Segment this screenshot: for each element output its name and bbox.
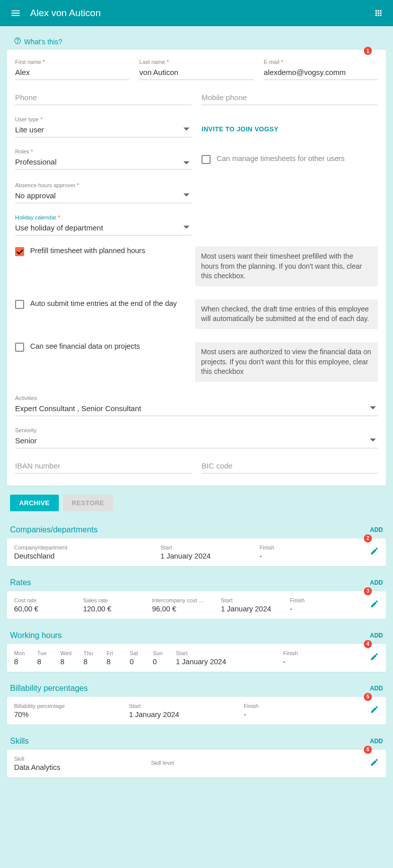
callout-3: 3 [364, 587, 372, 595]
chevron-down-icon [370, 437, 376, 443]
billability-add-button[interactable]: ADD [370, 685, 383, 692]
apps-icon[interactable] [374, 9, 383, 18]
callout-1: 1 [364, 47, 372, 55]
roles-select[interactable]: Professional [15, 155, 191, 170]
archive-button[interactable]: ARCHIVE [10, 495, 59, 511]
billability-title: Billability percentages [10, 684, 88, 693]
activities-label: Activities [15, 395, 378, 401]
callout-6: 6 [364, 746, 372, 754]
absence-approver-select[interactable]: No approval [15, 189, 191, 203]
iban-field[interactable] [15, 459, 191, 474]
mobile-field[interactable] [202, 91, 378, 105]
phone-field[interactable] [15, 91, 191, 105]
last-name-field[interactable] [139, 66, 253, 80]
edit-icon[interactable] [370, 546, 379, 558]
hours-title: Working hours [10, 631, 62, 640]
autosubmit-label: Auto submit time entries at the end of t… [30, 299, 186, 307]
menu-icon[interactable] [10, 8, 21, 19]
edit-icon[interactable] [370, 705, 379, 716]
edit-icon[interactable] [370, 758, 379, 769]
chevron-down-icon [183, 192, 189, 198]
invite-button[interactable]: INVITE TO JOIN VOGSY [202, 116, 378, 137]
autosubmit-help: When checked, the draft time entries of … [195, 299, 378, 329]
whats-this-link[interactable]: What's this? [14, 37, 386, 46]
hours-card: 4 Mon8 Tue8 Wed8 Thu8 Fri8 Sat0 Sun0 Sta… [7, 644, 386, 672]
svg-point-1 [18, 42, 18, 43]
first-name-field[interactable] [15, 66, 129, 80]
companies-add-button[interactable]: ADD [370, 526, 383, 533]
financial-label: Can see financial data on projects [30, 342, 186, 350]
rates-title: Rates [10, 578, 31, 587]
financial-help: Most users are authorized to view the fi… [195, 342, 378, 382]
prefill-help: Most users want their timesheet prefille… [195, 247, 378, 286]
companies-card: 2 Company/department Deutschland Start 1… [7, 538, 386, 566]
companies-title: Companies/departments [10, 525, 97, 534]
user-type-select[interactable]: Lite user [15, 123, 191, 137]
chevron-down-icon [183, 126, 189, 132]
page-title: Alex von Auticon [30, 8, 101, 19]
financial-checkbox[interactable] [15, 343, 24, 352]
billability-card: 5 Billability percentage70% Start1 Janua… [7, 697, 386, 725]
callout-2: 2 [364, 534, 372, 542]
manage-timesheets-label: Can manage timesheets for other users [217, 154, 378, 163]
callout-4: 4 [364, 640, 372, 648]
seniority-label: Seniority [15, 427, 378, 433]
last-name-label: Last name [139, 59, 253, 65]
bic-field[interactable] [202, 459, 378, 474]
rates-card: 3 Cost rate60,00 € Sales rate120,00 € In… [7, 591, 386, 619]
absence-approver-label: Absence hours approver [15, 182, 191, 188]
email-label: E-mail [264, 59, 378, 65]
skills-title: Skills [10, 737, 29, 746]
callout-5: 5 [364, 693, 372, 701]
email-field[interactable] [264, 66, 378, 80]
seniority-select[interactable]: Senior [15, 434, 378, 448]
autosubmit-checkbox[interactable] [15, 300, 24, 309]
chevron-down-icon [183, 160, 189, 166]
prefill-label: Prefill timesheet with planned hours [30, 247, 186, 255]
chevron-down-icon [183, 224, 189, 230]
chevron-down-icon [370, 405, 376, 411]
manage-timesheets-checkbox[interactable] [202, 155, 211, 164]
user-form-card: 1 First name Last name E-mail [7, 50, 386, 486]
restore-button[interactable]: RESTORE [63, 495, 114, 511]
user-type-label: User type [15, 116, 191, 122]
activities-select[interactable]: Expert Consultant , Senior Consultant [15, 402, 378, 416]
skills-card: 6 SkillData Analytics Skill level [7, 750, 386, 777]
roles-label: Roles [15, 148, 191, 154]
holiday-calendar-label: Holiday calendar [15, 214, 191, 220]
prefill-checkbox[interactable] [15, 247, 24, 256]
skills-add-button[interactable]: ADD [370, 738, 383, 745]
help-icon [14, 37, 21, 46]
holiday-calendar-select[interactable]: Use holiday of department [15, 221, 191, 235]
rates-add-button[interactable]: ADD [370, 579, 383, 586]
hours-add-button[interactable]: ADD [370, 632, 383, 639]
edit-icon[interactable] [370, 599, 379, 610]
first-name-label: First name [15, 59, 129, 65]
top-bar: Alex von Auticon [0, 0, 393, 26]
edit-icon[interactable] [370, 652, 379, 663]
